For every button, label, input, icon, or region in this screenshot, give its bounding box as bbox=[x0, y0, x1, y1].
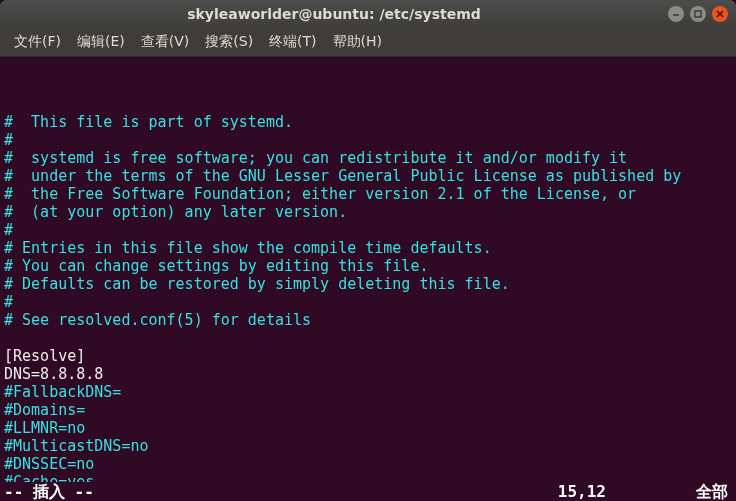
vim-mode: -- 插入 -- bbox=[4, 483, 94, 501]
file-line: # bbox=[4, 293, 13, 311]
menu-view[interactable]: 查看(V) bbox=[135, 31, 196, 53]
file-line: # See resolved.conf(5) for details bbox=[4, 311, 311, 329]
file-line: #FallbackDNS= bbox=[4, 383, 121, 401]
menu-search[interactable]: 搜索(S) bbox=[199, 31, 259, 53]
file-line: # (at your option) any later version. bbox=[4, 203, 347, 221]
editor-content[interactable]: # This file is part of systemd. # # syst… bbox=[0, 93, 736, 501]
file-line: # under the terms of the GNU Lesser Gene… bbox=[4, 167, 681, 185]
menu-edit[interactable]: 编辑(E) bbox=[71, 31, 131, 53]
file-line: #LLMNR=no bbox=[4, 419, 85, 437]
minimize-button[interactable] bbox=[668, 6, 684, 22]
window-title: skyleaworlder@ubuntu: /etc/systemd bbox=[0, 6, 668, 22]
file-line: # Entries in this file show the compile … bbox=[4, 239, 492, 257]
maximize-button[interactable] bbox=[690, 6, 706, 22]
file-line: #Domains= bbox=[4, 401, 85, 419]
menu-file[interactable]: 文件(F) bbox=[8, 31, 67, 53]
vim-scroll-percent: 全部 bbox=[696, 483, 728, 501]
file-line: [Resolve] bbox=[4, 347, 85, 365]
file-line: DNS=8.8.8.8 bbox=[4, 365, 103, 383]
menu-help[interactable]: 帮助(H) bbox=[327, 31, 388, 53]
file-line: #DNSSEC=no bbox=[4, 455, 94, 473]
file-line: # You can change settings by editing thi… bbox=[4, 257, 428, 275]
file-line: # bbox=[4, 131, 13, 149]
vim-cursor-position: 15,12 bbox=[558, 483, 606, 501]
window-titlebar: skyleaworlder@ubuntu: /etc/systemd bbox=[0, 0, 736, 28]
file-line: # This file is part of systemd. bbox=[4, 113, 293, 131]
file-line: # bbox=[4, 221, 13, 239]
menu-terminal[interactable]: 终端(T) bbox=[263, 31, 322, 53]
terminal-viewport[interactable]: # This file is part of systemd. # # syst… bbox=[0, 57, 736, 501]
vim-status-line: -- 插入 -- 15,12 全部 bbox=[0, 482, 736, 501]
file-line: # systemd is free software; you can redi… bbox=[4, 149, 627, 167]
file-line: # Defaults can be restored by simply del… bbox=[4, 275, 510, 293]
window-controls bbox=[668, 6, 736, 22]
menu-bar: 文件(F) 编辑(E) 查看(V) 搜索(S) 终端(T) 帮助(H) bbox=[0, 28, 736, 57]
file-line: # the Free Software Foundation; either v… bbox=[4, 185, 636, 203]
file-line: #MulticastDNS=no bbox=[4, 437, 149, 455]
close-button[interactable] bbox=[712, 6, 728, 22]
svg-rect-1 bbox=[695, 11, 701, 17]
